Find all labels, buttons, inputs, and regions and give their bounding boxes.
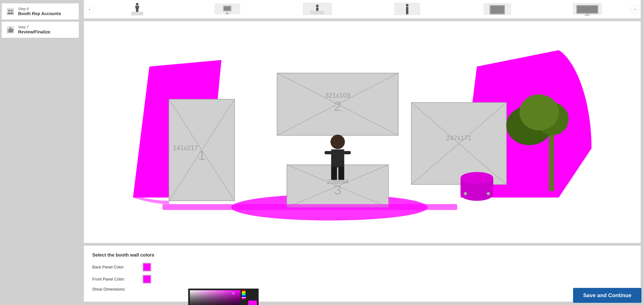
thumbnail-items [92,2,632,17]
svg-rect-53 [331,167,337,180]
picker-gradient[interactable] [190,290,240,305]
svg-point-49 [330,135,345,149]
show-dimensions-label: Show Dimensions: [92,287,139,292]
thumbnail-item-3[interactable] [294,2,341,17]
sidebar: Step 6 Booth Rep Accounts Step 7 Review/… [0,0,80,305]
step6-number: Step 6 [18,7,61,11]
controls-section: Select the booth wall colors Back Panel … [84,246,641,302]
svg-text:321x103: 321x103 [325,92,350,99]
svg-point-21 [406,4,408,6]
picker-top [190,290,257,305]
svg-rect-13 [224,6,230,10]
thumbnail-next-button[interactable]: › [631,5,639,14]
svg-text:2: 2 [334,99,341,114]
svg-rect-54 [338,167,344,180]
thumbnail-strip: ‹ [84,0,641,18]
svg-rect-24 [407,11,408,14]
svg-point-2 [11,10,13,12]
save-continue-button[interactable]: Save and Continue [573,288,642,303]
color-picker-popup: R ▲ ▼ H ▲ [188,288,258,305]
svg-point-1 [8,10,10,12]
back-panel-row: Back Panel Color: [92,263,632,272]
front-panel-color-swatch[interactable]: R ▲ ▼ H ▲ [142,275,151,284]
step7-text: Step 7 Review/Finalize [18,25,50,34]
step6-title: Booth Rep Accounts [18,11,61,16]
svg-rect-19 [310,11,324,14]
svg-rect-23 [406,11,407,14]
svg-point-17 [316,4,319,7]
front-panel-row: Front Panel Color: [92,275,632,284]
sidebar-item-step7[interactable]: Step 7 Review/Finalize [2,22,79,38]
svg-point-63 [487,192,490,195]
svg-point-67 [520,94,559,130]
svg-rect-64 [549,132,554,191]
step6-icon [6,7,15,16]
front-panel-label: Front Panel Color: [92,277,139,282]
svg-rect-51 [324,151,332,154]
svg-rect-30 [577,6,598,13]
thumbnail-item-5[interactable] [474,2,521,17]
svg-rect-22 [406,7,408,11]
svg-rect-27 [490,6,504,14]
picker-hue-strip[interactable] [242,290,246,300]
main-content: ‹ [80,0,644,305]
svg-rect-10 [131,12,143,15]
svg-point-62 [464,192,467,195]
svg-text:3: 3 [334,182,341,197]
svg-rect-14 [226,12,228,14]
svg-text:141x217: 141x217 [173,144,198,152]
thumbnail-item-4[interactable] [384,2,431,17]
controls-title: Select the booth wall colors [92,252,632,258]
step7-icon [6,25,15,34]
svg-point-4 [136,3,138,6]
back-panel-color-swatch[interactable] [142,263,151,272]
svg-rect-50 [331,150,344,167]
svg-rect-68 [162,204,457,210]
thumbnail-item-1[interactable] [114,2,161,17]
svg-point-61 [460,172,493,184]
step7-number: Step 7 [18,25,50,29]
thumbnail-item-6[interactable] [564,2,611,17]
thumbnail-item-2[interactable] [204,2,251,17]
booth-canvas: 141x217 1 321x103 2 238x84 3 [84,21,641,243]
thumbnail-prev-button[interactable]: ‹ [85,5,94,14]
svg-rect-15 [225,14,230,14]
picker-new-color [248,300,257,305]
step6-text: Step 6 Booth Rep Accounts [18,7,61,16]
step7-title: Review/Finalize [18,29,50,34]
save-button-container: Save and Continue [570,286,644,305]
show-dimensions-row: Show Dimensions: [92,287,632,292]
svg-text:247x171: 247x171 [446,134,472,142]
booth-preview: 141x217 1 321x103 2 238x84 3 [84,21,641,243]
svg-rect-52 [344,151,351,154]
svg-text:1: 1 [198,148,205,163]
back-panel-label: Back Panel Color: [92,265,139,270]
sidebar-item-step6[interactable]: Step 6 Booth Rep Accounts [2,3,79,20]
svg-rect-32 [584,15,590,16]
